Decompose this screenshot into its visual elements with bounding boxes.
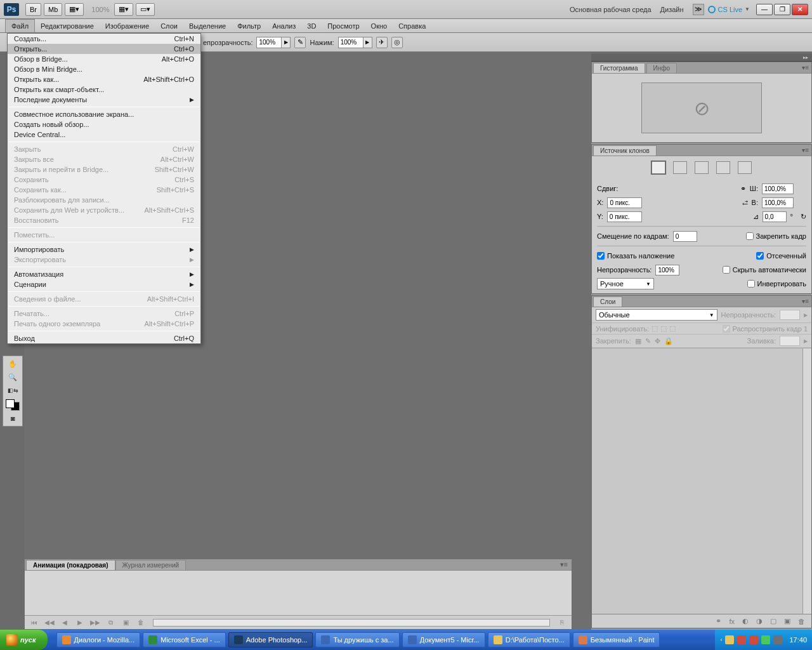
menu-analysis[interactable]: Анализ — [266, 19, 301, 32]
delete-layer-icon[interactable]: 🗑 — [798, 618, 805, 625]
tray-icon-3[interactable] — [749, 635, 758, 644]
file-menu-item[interactable]: Открыть как смарт-объект... — [8, 84, 200, 95]
zoom-level[interactable]: 100% — [91, 6, 109, 13]
clone-slot-2[interactable] — [673, 161, 687, 174]
opacity-pressure-icon[interactable]: ✎ — [294, 37, 306, 48]
airbrush-icon[interactable]: ✈ — [376, 37, 388, 48]
overlay-opacity-input[interactable] — [655, 265, 679, 275]
menu-image[interactable]: Изображение — [100, 19, 155, 32]
overlay-mode-select[interactable]: Ручное▼ — [597, 278, 654, 289]
flow-input[interactable]: ▶ — [338, 37, 372, 48]
file-menu-item[interactable]: Сохранить как...Shift+Ctrl+S — [8, 185, 200, 195]
clone-slot-3[interactable] — [695, 161, 709, 174]
animation-panel-menu-icon[interactable]: ▾≡ — [560, 560, 568, 569]
menu-help[interactable]: Справка — [393, 19, 431, 32]
lock-pixels-icon[interactable]: ▦ — [635, 337, 641, 345]
minimize-button[interactable]: — — [756, 4, 773, 15]
lock-move-icon[interactable]: ✥ — [655, 337, 660, 345]
tablet-pressure-icon[interactable]: ◎ — [391, 37, 403, 48]
clone-x-input[interactable] — [607, 197, 642, 208]
tab-layers[interactable]: Слои — [593, 296, 622, 307]
menu-view[interactable]: Просмотр — [322, 19, 365, 32]
file-menu-item[interactable]: ВосстановитьF12 — [8, 215, 200, 225]
tray-icon-4[interactable] — [761, 635, 770, 644]
histogram-menu-icon[interactable]: ▾≡ — [802, 64, 809, 71]
file-menu-item[interactable]: Автоматизация▶ — [8, 269, 200, 279]
file-menu-item[interactable]: Сведения о файле...Alt+Shift+Ctrl+I — [8, 294, 200, 304]
file-menu-item[interactable]: Печать одного экземпляраAlt+Shift+Ctrl+P — [8, 319, 200, 329]
zoom-tool[interactable]: 🔍 — [5, 371, 20, 383]
lock-brush-icon[interactable]: ✎ — [645, 337, 651, 345]
file-menu-item[interactable]: ВыходCtrl+Q — [8, 333, 200, 343]
menu-3d[interactable]: 3D — [301, 19, 322, 32]
anim-play-button[interactable]: ▶ — [74, 618, 86, 627]
menu-edit[interactable]: Редактирование — [35, 19, 100, 32]
taskbar-task[interactable]: Ты дружишь с за... — [315, 632, 399, 647]
autohide-checkbox[interactable]: Скрыть автоматически — [723, 266, 806, 274]
show-overlay-checkbox[interactable]: Показать наложение — [597, 252, 674, 260]
layers-menu-icon[interactable]: ▾≡ — [802, 298, 809, 305]
anim-convert-button[interactable]: ⎘ — [556, 618, 568, 627]
restore-button[interactable]: ❐ — [774, 4, 790, 15]
color-swap-icon[interactable]: ◧⇆ — [5, 385, 20, 396]
menu-layer[interactable]: Слои — [155, 19, 183, 32]
file-menu-item[interactable]: Обзор в Mini Bridge... — [8, 64, 200, 74]
file-menu-item[interactable]: Печатать...Ctrl+P — [8, 308, 200, 319]
taskbar-task[interactable]: Документ5 - Micr... — [402, 632, 485, 647]
color-swatch[interactable] — [6, 399, 20, 411]
screen-mode-button[interactable]: ▭▾ — [136, 3, 155, 16]
taskbar-task[interactable]: Диалоги - Mozilla... — [56, 632, 141, 647]
menu-select[interactable]: Выделение — [183, 19, 232, 32]
tray-icon-1[interactable] — [725, 635, 734, 644]
propagate-checkbox[interactable]: Распространить кадр 1 — [723, 325, 808, 333]
tray-icon-2[interactable] — [737, 635, 746, 644]
file-menu-item[interactable]: Последние документы▶ — [8, 95, 200, 105]
quickmask-button[interactable]: ◙ — [5, 413, 20, 424]
tab-clone-source[interactable]: Источник клонов — [593, 145, 657, 156]
clone-slot-4[interactable] — [716, 161, 730, 174]
tray-expand-icon[interactable]: ‹ — [720, 637, 722, 643]
file-menu-item[interactable]: Device Central... — [8, 129, 200, 140]
taskbar-task[interactable]: Adobe Photoshop... — [228, 632, 313, 647]
reset-transform-icon[interactable]: ↻ — [801, 213, 806, 221]
file-menu-item[interactable]: Совместное использование экрана... — [8, 109, 200, 119]
clone-slot-1[interactable] — [652, 161, 665, 174]
clone-w-input[interactable] — [762, 183, 794, 194]
opacity-input[interactable]: ▶ — [256, 37, 291, 48]
anim-prev-button[interactable]: ◀◀ — [44, 618, 55, 627]
clipped-checkbox[interactable]: Отсеченный — [756, 252, 806, 260]
clone-angle-input[interactable] — [763, 211, 787, 222]
tab-animation[interactable]: Анимация (покадровая) — [26, 560, 115, 570]
file-menu-item[interactable]: СохранитьCtrl+S — [8, 175, 200, 185]
invert-checkbox[interactable]: Инвертировать — [747, 280, 806, 288]
clone-menu-icon[interactable]: ▾≡ — [802, 147, 809, 154]
link-layers-icon[interactable]: ⚭ — [716, 617, 721, 625]
hand-tool[interactable]: ✋ — [5, 358, 20, 369]
adjustment-layer-icon[interactable]: ◑ — [756, 617, 763, 625]
blend-mode-select[interactable]: Обычные▼ — [596, 309, 717, 321]
unify-pos-icon[interactable]: ⬚ — [652, 324, 658, 333]
taskbar-task[interactable]: D:\Работа\Посто... — [488, 632, 570, 647]
file-menu-item[interactable]: Закрыть и перейти в Bridge...Shift+Ctrl+… — [8, 164, 200, 175]
menu-filter[interactable]: Фильтр — [232, 19, 266, 32]
fill-input[interactable] — [780, 336, 800, 346]
arrange-docs-button[interactable]: ▦▾ — [114, 3, 133, 16]
workspace-more-button[interactable]: ≫ — [693, 4, 704, 15]
workspace-main[interactable]: Основная рабочая среда — [570, 6, 652, 13]
file-menu-item[interactable]: Импортировать▶ — [8, 244, 200, 255]
flip-h-icon[interactable]: ⥄ — [742, 199, 748, 207]
minibridge-button[interactable]: Mb — [44, 3, 62, 16]
anim-newframe-button[interactable]: ▣ — [120, 618, 131, 627]
file-menu-item[interactable]: ЗакрытьCtrl+W — [8, 144, 200, 154]
new-layer-icon[interactable]: ▣ — [784, 617, 790, 625]
layer-group-icon[interactable]: ▢ — [770, 617, 776, 625]
layer-opacity-input[interactable] — [780, 310, 800, 320]
file-menu-item[interactable]: Создать...Ctrl+N — [8, 34, 200, 44]
taskbar-task[interactable]: Microsoft Excel - ... — [143, 632, 226, 647]
file-menu-item[interactable]: Закрыть всеAlt+Ctrl+W — [8, 154, 200, 164]
unify-style-icon[interactable]: ⬚ — [669, 324, 676, 333]
clone-slot-5[interactable] — [738, 161, 752, 174]
workspace-design[interactable]: Дизайн — [660, 6, 684, 13]
tab-info[interactable]: Инфо — [646, 63, 678, 73]
file-menu-item[interactable]: Обзор в Bridge...Alt+Ctrl+O — [8, 54, 200, 64]
